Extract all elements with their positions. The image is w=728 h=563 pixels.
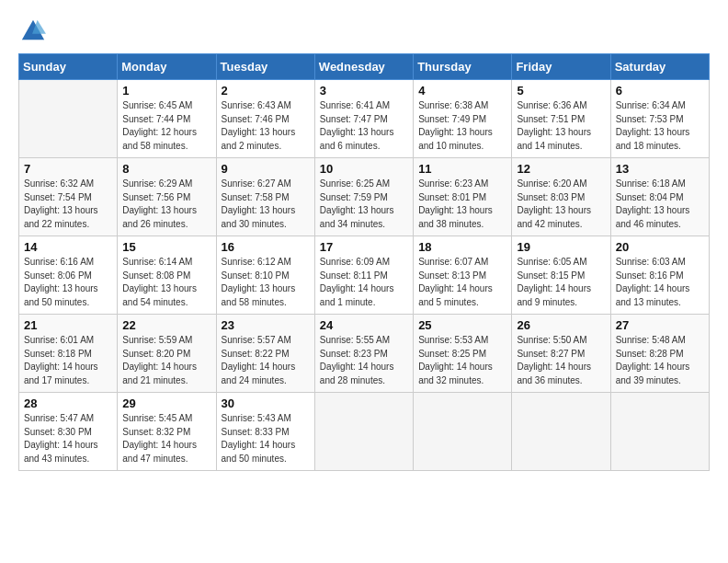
day-number: 18 xyxy=(418,240,506,254)
day-number: 13 xyxy=(616,162,704,176)
day-info: Sunrise: 6:32 AMSunset: 7:54 PMDaylight:… xyxy=(24,178,112,231)
calendar-cell: 10Sunrise: 6:25 AMSunset: 7:59 PMDayligh… xyxy=(314,158,413,236)
calendar-week-0: 1Sunrise: 6:45 AMSunset: 7:44 PMDaylight… xyxy=(19,80,710,158)
calendar-cell: 11Sunrise: 6:23 AMSunset: 8:01 PMDayligh… xyxy=(414,158,512,236)
day-info: Sunrise: 5:45 AMSunset: 8:32 PMDaylight:… xyxy=(122,412,210,465)
calendar-cell: 13Sunrise: 6:18 AMSunset: 8:04 PMDayligh… xyxy=(610,158,709,236)
calendar-cell: 16Sunrise: 6:12 AMSunset: 8:10 PMDayligh… xyxy=(216,236,314,315)
calendar-cell: 22Sunrise: 5:59 AMSunset: 8:20 PMDayligh… xyxy=(118,315,216,393)
calendar-cell: 14Sunrise: 6:16 AMSunset: 8:06 PMDayligh… xyxy=(19,236,118,315)
calendar-cell: 17Sunrise: 6:09 AMSunset: 8:11 PMDayligh… xyxy=(314,236,413,315)
day-info: Sunrise: 5:47 AMSunset: 8:30 PMDaylight:… xyxy=(24,412,112,465)
day-number: 16 xyxy=(222,240,310,254)
day-number: 15 xyxy=(122,240,210,254)
day-number: 3 xyxy=(320,84,408,98)
day-info: Sunrise: 6:01 AMSunset: 8:18 PMDaylight:… xyxy=(24,334,112,387)
calendar-cell: 9Sunrise: 6:27 AMSunset: 7:58 PMDaylight… xyxy=(216,158,314,236)
calendar-week-2: 14Sunrise: 6:16 AMSunset: 8:06 PMDayligh… xyxy=(19,236,710,315)
day-info: Sunrise: 5:57 AMSunset: 8:22 PMDaylight:… xyxy=(222,334,310,387)
calendar-cell: 20Sunrise: 6:03 AMSunset: 8:16 PMDayligh… xyxy=(610,236,709,315)
day-number: 6 xyxy=(616,84,704,98)
header-cell-thursday: Thursday xyxy=(414,54,512,80)
calendar-header-row: SundayMondayTuesdayWednesdayThursdayFrid… xyxy=(19,54,710,80)
day-info: Sunrise: 6:12 AMSunset: 8:10 PMDaylight:… xyxy=(222,256,310,309)
day-info: Sunrise: 6:29 AMSunset: 7:56 PMDaylight:… xyxy=(122,178,210,231)
day-info: Sunrise: 6:03 AMSunset: 8:16 PMDaylight:… xyxy=(616,256,704,309)
day-number: 22 xyxy=(122,318,210,332)
day-number: 2 xyxy=(222,84,310,98)
day-info: Sunrise: 5:48 AMSunset: 8:28 PMDaylight:… xyxy=(616,334,704,387)
calendar-cell: 27Sunrise: 5:48 AMSunset: 8:28 PMDayligh… xyxy=(610,315,709,393)
calendar-cell xyxy=(414,393,512,471)
day-number: 14 xyxy=(24,240,112,254)
calendar-cell: 3Sunrise: 6:41 AMSunset: 7:47 PMDaylight… xyxy=(314,80,413,158)
header-cell-friday: Friday xyxy=(512,54,610,80)
day-info: Sunrise: 6:09 AMSunset: 8:11 PMDaylight:… xyxy=(320,256,408,309)
header xyxy=(18,18,710,44)
calendar-cell: 7Sunrise: 6:32 AMSunset: 7:54 PMDaylight… xyxy=(19,158,118,236)
calendar-cell: 12Sunrise: 6:20 AMSunset: 8:03 PMDayligh… xyxy=(512,158,610,236)
day-info: Sunrise: 6:16 AMSunset: 8:06 PMDaylight:… xyxy=(24,256,112,309)
day-info: Sunrise: 5:43 AMSunset: 8:33 PMDaylight:… xyxy=(222,412,310,465)
day-number: 26 xyxy=(517,318,605,332)
day-number: 7 xyxy=(24,162,112,176)
calendar-cell xyxy=(19,80,118,158)
calendar-cell: 30Sunrise: 5:43 AMSunset: 8:33 PMDayligh… xyxy=(216,393,314,471)
day-info: Sunrise: 5:53 AMSunset: 8:25 PMDaylight:… xyxy=(418,334,506,387)
calendar-cell: 29Sunrise: 5:45 AMSunset: 8:32 PMDayligh… xyxy=(118,393,216,471)
day-number: 30 xyxy=(222,396,310,410)
calendar-cell: 5Sunrise: 6:36 AMSunset: 7:51 PMDaylight… xyxy=(512,80,610,158)
day-number: 23 xyxy=(222,318,310,332)
header-cell-saturday: Saturday xyxy=(610,54,709,80)
day-number: 10 xyxy=(320,162,408,176)
header-cell-wednesday: Wednesday xyxy=(314,54,413,80)
calendar-cell: 23Sunrise: 5:57 AMSunset: 8:22 PMDayligh… xyxy=(216,315,314,393)
day-info: Sunrise: 6:23 AMSunset: 8:01 PMDaylight:… xyxy=(418,178,506,231)
day-number: 27 xyxy=(616,318,704,332)
day-info: Sunrise: 5:59 AMSunset: 8:20 PMDaylight:… xyxy=(122,334,210,387)
day-info: Sunrise: 5:55 AMSunset: 8:23 PMDaylight:… xyxy=(320,334,408,387)
day-info: Sunrise: 6:34 AMSunset: 7:53 PMDaylight:… xyxy=(616,99,704,153)
day-info: Sunrise: 6:07 AMSunset: 8:13 PMDaylight:… xyxy=(418,256,506,309)
day-number: 20 xyxy=(616,240,704,254)
day-number: 1 xyxy=(122,84,210,98)
day-info: Sunrise: 6:43 AMSunset: 7:46 PMDaylight:… xyxy=(222,99,310,153)
calendar-cell: 28Sunrise: 5:47 AMSunset: 8:30 PMDayligh… xyxy=(19,393,118,471)
day-info: Sunrise: 6:41 AMSunset: 7:47 PMDaylight:… xyxy=(320,99,408,153)
day-number: 12 xyxy=(517,162,605,176)
day-number: 5 xyxy=(517,84,605,98)
calendar-cell: 8Sunrise: 6:29 AMSunset: 7:56 PMDaylight… xyxy=(118,158,216,236)
logo-icon xyxy=(20,18,46,44)
header-cell-sunday: Sunday xyxy=(19,54,118,80)
header-cell-tuesday: Tuesday xyxy=(216,54,314,80)
calendar-cell: 19Sunrise: 6:05 AMSunset: 8:15 PMDayligh… xyxy=(512,236,610,315)
calendar-cell: 1Sunrise: 6:45 AMSunset: 7:44 PMDaylight… xyxy=(118,80,216,158)
calendar-cell xyxy=(610,393,709,471)
calendar-cell: 2Sunrise: 6:43 AMSunset: 7:46 PMDaylight… xyxy=(216,80,314,158)
day-number: 8 xyxy=(122,162,210,176)
day-info: Sunrise: 6:20 AMSunset: 8:03 PMDaylight:… xyxy=(517,178,605,231)
day-info: Sunrise: 6:14 AMSunset: 8:08 PMDaylight:… xyxy=(122,256,210,309)
day-number: 21 xyxy=(24,318,112,332)
day-number: 11 xyxy=(418,162,506,176)
day-number: 25 xyxy=(418,318,506,332)
calendar-cell: 25Sunrise: 5:53 AMSunset: 8:25 PMDayligh… xyxy=(414,315,512,393)
calendar-cell: 26Sunrise: 5:50 AMSunset: 8:27 PMDayligh… xyxy=(512,315,610,393)
calendar-body: 1Sunrise: 6:45 AMSunset: 7:44 PMDaylight… xyxy=(19,80,710,471)
calendar-table: SundayMondayTuesdayWednesdayThursdayFrid… xyxy=(18,53,710,471)
calendar-cell: 21Sunrise: 6:01 AMSunset: 8:18 PMDayligh… xyxy=(19,315,118,393)
day-number: 24 xyxy=(320,318,408,332)
day-info: Sunrise: 5:50 AMSunset: 8:27 PMDaylight:… xyxy=(517,334,605,387)
calendar-cell: 24Sunrise: 5:55 AMSunset: 8:23 PMDayligh… xyxy=(314,315,413,393)
day-info: Sunrise: 6:36 AMSunset: 7:51 PMDaylight:… xyxy=(517,99,605,153)
calendar-cell: 6Sunrise: 6:34 AMSunset: 7:53 PMDaylight… xyxy=(610,80,709,158)
calendar-week-3: 21Sunrise: 6:01 AMSunset: 8:18 PMDayligh… xyxy=(19,315,710,393)
day-info: Sunrise: 6:27 AMSunset: 7:58 PMDaylight:… xyxy=(222,178,310,231)
calendar-week-1: 7Sunrise: 6:32 AMSunset: 7:54 PMDaylight… xyxy=(19,158,710,236)
day-info: Sunrise: 6:18 AMSunset: 8:04 PMDaylight:… xyxy=(616,178,704,231)
day-info: Sunrise: 6:38 AMSunset: 7:49 PMDaylight:… xyxy=(418,99,506,153)
calendar-cell: 18Sunrise: 6:07 AMSunset: 8:13 PMDayligh… xyxy=(414,236,512,315)
calendar-cell: 15Sunrise: 6:14 AMSunset: 8:08 PMDayligh… xyxy=(118,236,216,315)
header-cell-monday: Monday xyxy=(118,54,216,80)
calendar-cell xyxy=(512,393,610,471)
